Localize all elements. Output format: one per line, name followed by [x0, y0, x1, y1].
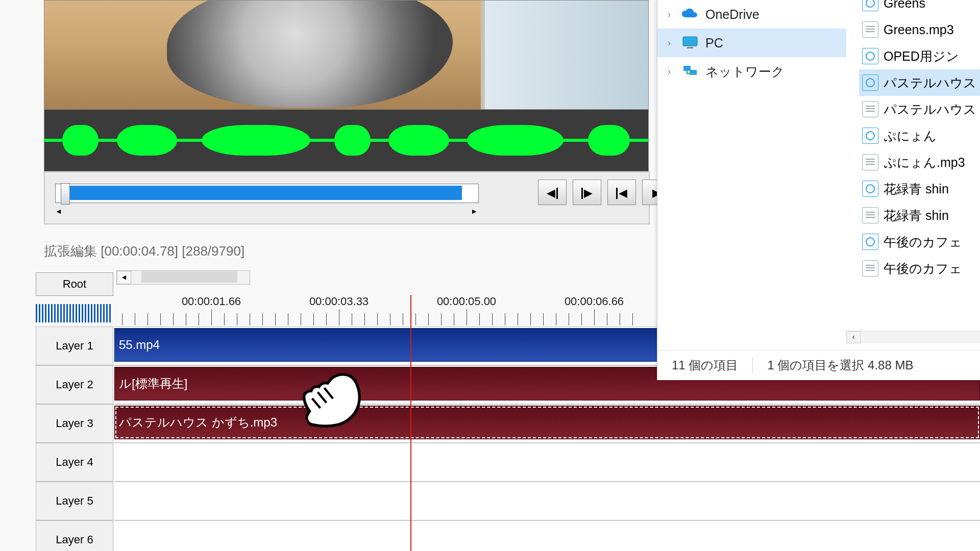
hscroll-left-icon[interactable]: ◄ — [117, 271, 131, 284]
file-name: OPED用ジン — [884, 48, 959, 65]
ruler-label: 00:00:01.66 — [182, 295, 241, 308]
music-file-icon — [862, 74, 878, 91]
seek-handle[interactable] — [61, 183, 70, 205]
onedrive-icon — [681, 5, 699, 23]
scroll-left-icon[interactable]: ◄ — [55, 207, 62, 215]
file-icon — [862, 154, 878, 170]
status-selection: 1 個の項目を選択 4.88 MB — [753, 357, 927, 373]
root-pattern-icon — [36, 304, 112, 322]
file-name: 花緑青 shin — [884, 181, 949, 197]
audio-waveform — [44, 109, 649, 171]
list-item[interactable]: ぷにょん.mp3 — [859, 149, 980, 176]
file-icon — [862, 207, 878, 223]
file-list: Greens Greens.mp3 OPED用ジン パステルハウス パステルハウ… — [859, 0, 980, 282]
layer-track-6[interactable] — [114, 520, 980, 551]
layer-label-3[interactable]: Layer 3 — [36, 404, 113, 443]
list-item-selected[interactable]: パステルハウス — [859, 69, 980, 96]
transport-bar: ◀ ▶ ◀ ▶ ◄ ► — [44, 171, 650, 224]
status-item-count: 11 個の項目 — [657, 357, 752, 373]
music-file-icon — [862, 128, 878, 144]
clip-video-label: 55.mp4 — [119, 338, 160, 352]
layer-label-1[interactable]: Layer 1 — [36, 327, 113, 365]
list-item[interactable]: Greens.mp3 — [859, 16, 980, 43]
list-item[interactable]: 花緑青 shin — [859, 176, 980, 202]
chevron-right-icon: › — [668, 66, 681, 77]
file-name: パステルハウス — [884, 101, 976, 118]
mini-scrollbar[interactable]: ◄ ► — [55, 208, 478, 216]
music-file-icon — [862, 0, 878, 11]
layer-label-5[interactable]: Layer 5 — [36, 482, 113, 520]
nav-pc-label: PC — [705, 36, 723, 51]
file-explorer: › OneDrive › PC › ネットワーク — [657, 0, 980, 380]
scroll-right-icon[interactable]: ► — [471, 207, 478, 215]
svg-rect-1 — [687, 47, 693, 48]
list-item[interactable]: Greens — [859, 0, 980, 16]
step-forward-button[interactable]: ▶ — [573, 180, 601, 205]
file-name: Greens — [884, 0, 925, 11]
chevron-right-icon: › — [668, 38, 681, 48]
layer-label-2[interactable]: Layer 2 — [36, 365, 113, 404]
pc-icon — [681, 34, 699, 52]
explorer-statusbar: 11 個の項目 1 個の項目を選択 4.88 MB — [657, 350, 980, 380]
go-start-button[interactable]: ◀ — [607, 180, 636, 205]
seek-progress — [68, 186, 462, 200]
ruler-label: 00:00:05.00 — [437, 295, 496, 308]
clip-audio-std-label: ル[標準再生] — [119, 375, 187, 392]
file-name: 午後のカフェ — [884, 260, 962, 277]
list-item[interactable]: 午後のカフェ — [859, 255, 980, 282]
layer-track-3[interactable]: パステルハウス かずち.mp3 — [114, 404, 980, 443]
go-start-icon: ◀ — [616, 184, 627, 201]
file-name: 花緑青 shin — [884, 207, 949, 224]
nav-network[interactable]: › ネットワーク — [657, 57, 846, 86]
layer-label-6[interactable]: Layer 6 — [36, 520, 113, 551]
timeline-hscroll[interactable]: ◄ — [116, 270, 250, 285]
hscroll-thumb[interactable] — [141, 271, 237, 283]
nav-onedrive-label: OneDrive — [705, 7, 760, 22]
music-file-icon — [862, 181, 878, 197]
step-back-button[interactable]: ◀ — [538, 180, 567, 205]
file-name: Greens.mp3 — [884, 22, 954, 37]
list-item[interactable]: パステルハウス — [859, 96, 980, 122]
chevron-right-icon: › — [668, 9, 681, 20]
svg-rect-0 — [683, 37, 697, 46]
layer-label-4[interactable]: Layer 4 — [36, 443, 113, 482]
playhead[interactable] — [410, 295, 411, 551]
music-file-icon — [862, 234, 878, 250]
video-preview — [44, 0, 649, 110]
ruler-label: 00:00:03.33 — [309, 295, 369, 308]
file-icon — [862, 21, 878, 38]
file-name: ぷにょん — [884, 128, 937, 144]
nav-pc[interactable]: › PC — [657, 29, 846, 57]
step-forward-icon: ▶ — [581, 184, 593, 201]
list-item[interactable]: OPED用ジン — [859, 43, 980, 69]
nav-onedrive[interactable]: › OneDrive — [657, 0, 846, 29]
network-icon — [681, 62, 699, 81]
step-back-icon: ◀ — [547, 184, 558, 201]
preview-cat-subject — [167, 0, 453, 108]
file-name: 午後のカフェ — [884, 234, 962, 251]
scroll-left-icon[interactable]: ‹ — [846, 331, 861, 343]
clip-audio-selected[interactable]: パステルハウス かずち.mp3 — [114, 406, 980, 439]
file-name: パステルハウス — [884, 74, 976, 91]
list-item[interactable]: 花緑青 shin — [859, 202, 980, 229]
svg-rect-2 — [683, 66, 691, 71]
file-icon — [862, 260, 878, 277]
nav-tree: › OneDrive › PC › ネットワーク — [657, 0, 846, 327]
music-file-icon — [862, 48, 878, 64]
file-icon — [862, 101, 878, 117]
list-item[interactable]: 午後のカフェ — [859, 229, 980, 255]
extended-edit-title: 拡張編集 [00:00:04.78] [288/9790] — [44, 242, 244, 260]
list-item[interactable]: ぷにょん — [859, 122, 980, 149]
clip-audio-selected-label: パステルハウス かずち.mp3 — [119, 414, 277, 431]
layer-track-5[interactable] — [114, 482, 980, 520]
preview-window-pane — [481, 1, 648, 109]
root-button[interactable]: Root — [36, 272, 113, 296]
file-list-hscroll[interactable]: ‹ — [846, 331, 980, 343]
nav-network-label: ネットワーク — [705, 63, 785, 80]
seek-bar[interactable] — [55, 184, 479, 203]
layer-track-4[interactable] — [114, 443, 980, 482]
file-name: ぷにょん.mp3 — [884, 154, 965, 171]
ruler-label: 00:00:06.66 — [565, 295, 624, 308]
